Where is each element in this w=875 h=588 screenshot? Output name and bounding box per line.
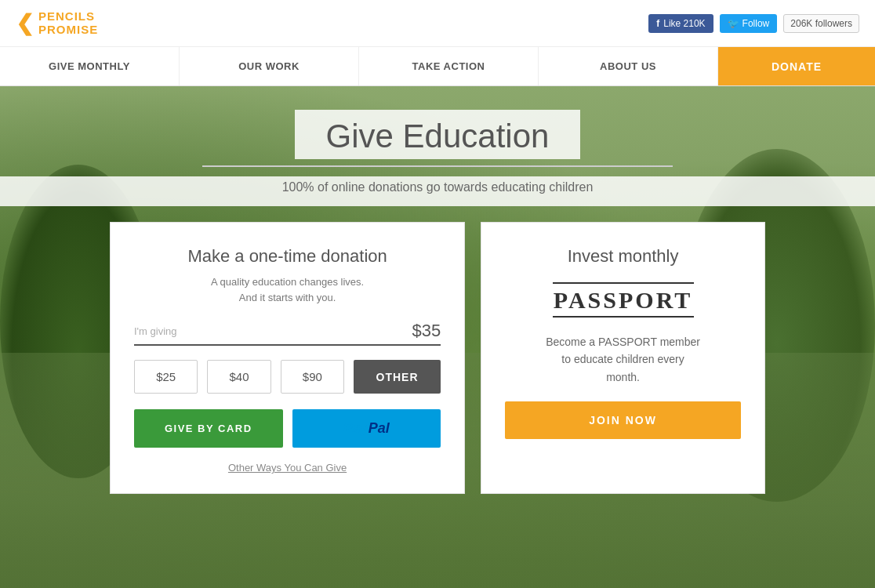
hero-content: Give Education 100% of online donations … [0, 86, 875, 206]
facebook-like-button[interactable]: f Like 210K [648, 14, 713, 33]
nav-about-us[interactable]: ABOUT US [539, 47, 718, 85]
fb-like-label: Like 210K [663, 18, 705, 29]
amount-90-button[interactable]: $90 [281, 360, 344, 394]
logo-chevron-icon: ❮ [16, 13, 34, 34]
twitter-icon: 🐦 [728, 18, 739, 29]
passport-text: PASSPORT [553, 287, 694, 318]
logo-text: PENCILS PROMISE [38, 10, 98, 36]
amount-buttons: $25 $40 $90 OTHER [134, 360, 441, 394]
action-buttons: GIVE BY CARD PayPal [134, 409, 441, 448]
amount-40-button[interactable]: $40 [207, 360, 270, 394]
nav-our-work[interactable]: OUR WORK [180, 47, 359, 85]
header-social: f Like 210K 🐦 Follow 206K followers [648, 14, 859, 33]
followers-count: 206K followers [783, 14, 859, 33]
other-ways-link[interactable]: Other Ways You Can Give [134, 462, 441, 474]
hero-section: Give Education 100% of online donations … [0, 86, 875, 588]
cards-container: Make a one-time donation A quality educa… [0, 222, 875, 494]
header: ❮ PENCILS PROMISE f Like 210K 🐦 Follow 2… [0, 0, 875, 47]
twitter-follow-button[interactable]: 🐦 Follow [720, 14, 778, 33]
logo[interactable]: ❮ PENCILS PROMISE [16, 10, 98, 36]
giving-row: I'm giving $35 [134, 321, 441, 346]
title-underline [202, 165, 673, 167]
paypal-button[interactable]: PayPal [292, 409, 441, 448]
donation-card-title: Make a one-time donation [134, 246, 441, 267]
logo-line1: PENCILS [38, 10, 98, 24]
join-now-button[interactable]: JOIN NOW [505, 401, 741, 439]
nav-take-action[interactable]: TAKE ACTION [359, 47, 539, 85]
navigation: GIVE MONTHLY OUR WORK TAKE ACTION ABOUT … [0, 47, 875, 86]
donation-card-subtitle: A quality education changes lives. And i… [134, 274, 441, 305]
tw-follow-label: Follow [742, 18, 770, 29]
give-by-card-button[interactable]: GIVE BY CARD [134, 409, 283, 448]
amount-other-button[interactable]: OTHER [354, 360, 441, 394]
invest-description: Become a PASSPORT member to educate chil… [546, 333, 700, 386]
page-title: Give Education 100% of online donations … [0, 110, 875, 206]
giving-amount: $35 [412, 321, 441, 341]
passport-top-line [553, 282, 694, 284]
amount-25-button[interactable]: $25 [134, 360, 198, 394]
invest-card: Invest monthly PASSPORT Become a PASSPOR… [481, 222, 765, 494]
invest-card-title: Invest monthly [568, 246, 679, 267]
nav-give-monthly[interactable]: GIVE MONTHLY [0, 47, 180, 85]
nav-donate-button[interactable]: DONATE [718, 47, 875, 85]
donation-card: Make a one-time donation A quality educa… [110, 222, 465, 494]
logo-line2: PROMISE [38, 24, 98, 37]
nav-items: GIVE MONTHLY OUR WORK TAKE ACTION ABOUT … [0, 47, 718, 85]
facebook-icon: f [656, 18, 659, 29]
passport-logo: PASSPORT [553, 282, 694, 318]
giving-label: I'm giving [134, 325, 177, 337]
